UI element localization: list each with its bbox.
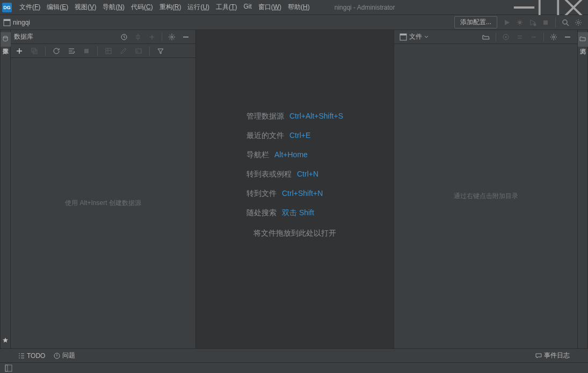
svg-rect-23 (5, 365, 8, 371)
editor-area[interactable]: 管理数据源Ctrl+Alt+Shift+S最近的文件Ctrl+E导航栏Alt+H… (196, 30, 394, 348)
list-icon (18, 353, 25, 359)
files-dropdown[interactable]: 文件 (397, 32, 431, 41)
menu-u[interactable]: 运行(U) (184, 3, 213, 12)
favorites-tool-tab[interactable]: 收藏夹 (1, 334, 11, 348)
panel-settings-button[interactable] (165, 31, 178, 43)
todo-label: TODO (27, 352, 45, 360)
svg-rect-0 (540, 0, 558, 17)
project-icon (3, 19, 11, 26)
run-button[interactable] (501, 17, 513, 28)
debug-button[interactable] (514, 17, 526, 28)
refresh-button[interactable] (50, 45, 62, 57)
menu-w[interactable]: 窗口(W) (255, 3, 285, 12)
collapse-all-button[interactable] (146, 31, 158, 43)
editor-hint-1[interactable]: 最近的文件Ctrl+E (246, 131, 343, 141)
tool-windows-button[interactable] (4, 363, 13, 373)
svg-point-6 (563, 20, 567, 24)
expand-all-button[interactable] (132, 31, 144, 43)
app-icon: DG (2, 3, 12, 12)
menu-v[interactable]: 视图(V) (71, 3, 99, 12)
open-console-button[interactable] (133, 45, 144, 57)
editor-hint-shortcut: Ctrl+N (297, 170, 318, 179)
jump-to-query-button[interactable] (66, 45, 77, 57)
menu-t[interactable]: 工具(T) (213, 3, 240, 12)
hide-panel-button[interactable] (179, 31, 192, 43)
chevron-down-icon (424, 35, 429, 39)
files-expand-all-button[interactable] (513, 31, 526, 43)
close-button[interactable] (561, 0, 586, 15)
locate-file-button[interactable] (499, 31, 512, 43)
run-with-coverage-button[interactable] (527, 17, 539, 28)
editor-hint-label: 随处搜索 (246, 208, 277, 218)
folder-icon (400, 33, 407, 41)
svg-point-8 (3, 36, 8, 38)
speech-bubble-icon (535, 353, 542, 359)
add-configuration-button[interactable]: 添加配置... (454, 16, 497, 28)
navbar: ningqi 添加配置... (0, 15, 588, 30)
menu-h[interactable]: 帮助(H) (285, 3, 313, 12)
menu-e[interactable]: 编辑(E) (43, 3, 71, 12)
menu-git[interactable]: Git (240, 3, 255, 12)
editor-hint-4[interactable]: 转到文件Ctrl+Shift+N (246, 189, 343, 199)
svg-rect-5 (543, 20, 548, 25)
database-icon (2, 35, 9, 42)
breadcrumb-project[interactable]: ningqi (3, 19, 30, 26)
editor-hint-3[interactable]: 转到表或例程Ctrl+N (246, 170, 343, 179)
database-panel-body[interactable]: 使用 Alt+Insert 创建数据源 (11, 58, 195, 348)
todo-button[interactable]: TODO (14, 349, 49, 362)
table-view-button[interactable] (103, 45, 114, 57)
menu-c[interactable]: 代码(C) (128, 3, 156, 12)
minimize-button[interactable] (512, 0, 536, 15)
bottom-tool-bar: TODO 问题 事件日志 (0, 348, 588, 362)
right-tool-stripe: 浏览 绑定 (577, 30, 588, 348)
database-tool-tab[interactable]: 数据库 (1, 32, 11, 47)
editor-hint-0[interactable]: 管理数据源Ctrl+Alt+Shift+S (246, 112, 343, 121)
filter-button[interactable] (155, 45, 166, 57)
add-button[interactable] (13, 45, 25, 57)
open-folder-button[interactable] (480, 31, 492, 43)
svg-rect-15 (136, 49, 141, 53)
duplicate-button[interactable] (28, 45, 40, 57)
maximize-button[interactable] (536, 0, 561, 15)
show-options-button[interactable] (118, 31, 130, 43)
left-tool-stripe: 数据库 收藏夹 (0, 30, 11, 348)
menu-f[interactable]: 文件(F) (16, 3, 43, 12)
breadcrumb-project-label: ningqi (13, 19, 30, 26)
svg-rect-2 (4, 19, 10, 21)
files-hide-panel-button[interactable] (561, 31, 574, 43)
titlebar: DG 文件(F)编辑(E)视图(V)导航(N)代码(C)重构(R)运行(U)工具… (0, 0, 588, 15)
files-collapse-all-button[interactable] (527, 31, 540, 43)
edit-button[interactable] (118, 45, 129, 57)
files-panel: 文件 通过右键点击附加目录 (394, 30, 577, 348)
database-panel-title: 数据库 (14, 32, 33, 41)
svg-point-7 (577, 21, 579, 24)
menu-r[interactable]: 重构(R) (156, 3, 185, 12)
browse-tool-tab[interactable]: 浏览 (578, 32, 588, 47)
search-everywhere-button[interactable] (560, 17, 571, 28)
svg-point-19 (505, 36, 507, 38)
stop-action-button[interactable] (81, 45, 92, 57)
svg-point-10 (171, 36, 173, 38)
problems-button[interactable]: 问题 (49, 349, 79, 362)
svg-point-20 (553, 36, 555, 38)
stop-button[interactable] (540, 17, 551, 28)
database-placeholder-text: 使用 Alt+Insert 创建数据源 (65, 199, 141, 208)
files-settings-button[interactable] (547, 31, 560, 43)
editor-hint-5[interactable]: 随处搜索双击 Shift (246, 208, 343, 218)
editor-hint-label: 转到文件 (246, 189, 277, 199)
files-panel-body[interactable]: 通过右键点击附加目录 (394, 44, 577, 348)
files-panel-header: 文件 (394, 30, 577, 44)
warning-icon (54, 353, 60, 359)
editor-hint-label: 导航栏 (246, 150, 269, 160)
event-log-button[interactable]: 事件日志 (531, 349, 574, 362)
problems-label: 问题 (62, 351, 75, 360)
editor-hint-2[interactable]: 导航栏Alt+Home (246, 150, 343, 160)
editor-drop-hint: 将文件拖放到此处以打开 (253, 229, 336, 238)
files-placeholder-text: 通过右键点击附加目录 (454, 192, 518, 201)
menu-n[interactable]: 导航(N) (99, 3, 128, 12)
database-panel: 数据库 使用 Alt+Insert 创建数据源 (11, 30, 196, 348)
svg-rect-17 (400, 34, 406, 35)
svg-rect-22 (5, 365, 12, 371)
positions-tool-tab[interactable]: 绑定 (578, 342, 588, 348)
settings-button[interactable] (572, 17, 584, 28)
